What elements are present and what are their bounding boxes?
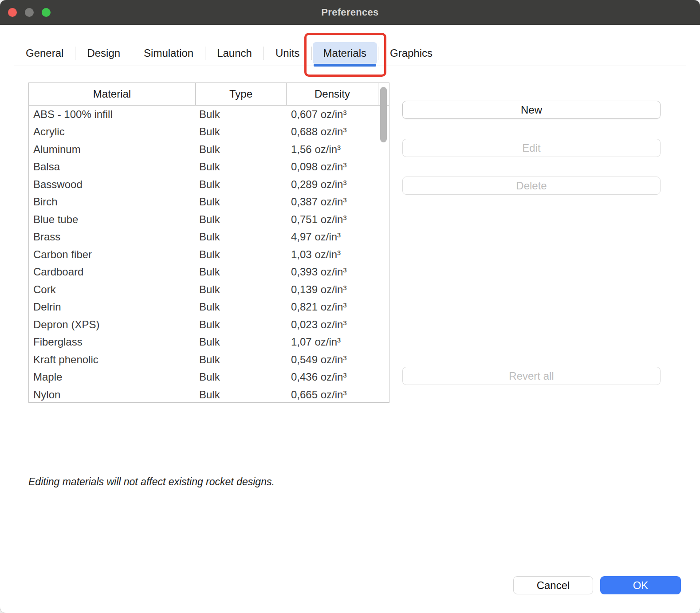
cell-density: 1,03 oz/in³	[287, 248, 378, 261]
table-row[interactable]: BirchBulk0,387 oz/in³	[29, 193, 389, 211]
cell-material: ABS - 100% infill	[29, 108, 196, 121]
cell-density: 0,821 oz/in³	[287, 301, 378, 313]
table-row[interactable]: BasswoodBulk0,289 oz/in³	[29, 176, 389, 193]
tab-label: Simulation	[144, 47, 193, 59]
cancel-button[interactable]: Cancel	[513, 576, 593, 594]
table-row[interactable]: Depron (XPS)Bulk0,023 oz/in³	[29, 316, 389, 334]
cell-density: 1,07 oz/in³	[287, 336, 378, 348]
minimize-button[interactable]	[25, 8, 34, 17]
cell-type: Bulk	[196, 336, 287, 348]
zoom-button[interactable]	[42, 8, 51, 17]
tab-label: Units	[275, 47, 300, 59]
tab-general[interactable]: General	[15, 42, 74, 64]
cell-material: Acrylic	[29, 126, 196, 138]
cell-density: 0,387 oz/in³	[287, 196, 378, 208]
edit-button[interactable]: Edit	[402, 139, 661, 157]
cell-material: Maple	[29, 371, 196, 383]
table-header: Material Type Density	[29, 83, 389, 106]
cell-type: Bulk	[196, 389, 287, 401]
cell-density: 0,436 oz/in³	[287, 371, 378, 383]
tab-materials[interactable]: Materials	[313, 42, 377, 64]
cell-density: 0,393 oz/in³	[287, 266, 378, 278]
cell-density: 0,549 oz/in³	[287, 354, 378, 366]
cell-density: 4,97 oz/in³	[287, 231, 378, 243]
cell-type: Bulk	[196, 266, 287, 278]
cell-material: Balsa	[29, 161, 196, 173]
tab-simulation[interactable]: Simulation	[133, 42, 204, 64]
tab-bar: GeneralDesignSimulationLaunchUnitsMateri…	[15, 42, 700, 65]
tab-units[interactable]: Units	[265, 42, 311, 64]
table-row[interactable]: Kraft phenolicBulk0,549 oz/in³	[29, 351, 389, 369]
tab-design[interactable]: Design	[76, 42, 131, 64]
cell-material: Aluminum	[29, 143, 196, 156]
column-header-type[interactable]: Type	[196, 83, 287, 105]
table-row[interactable]: Carbon fiberBulk1,03 oz/in³	[29, 246, 389, 263]
tab-separator	[263, 47, 264, 60]
cell-type: Bulk	[196, 318, 287, 331]
new-button[interactable]: New	[402, 101, 661, 119]
scrollbar-thumb[interactable]	[380, 87, 387, 142]
cell-material: Birch	[29, 196, 196, 208]
table-row[interactable]: BalsaBulk0,098 oz/in³	[29, 158, 389, 176]
cell-type: Bulk	[196, 371, 287, 383]
cell-type: Bulk	[196, 143, 287, 156]
cell-density: 0,023 oz/in³	[287, 318, 378, 331]
close-button[interactable]	[8, 8, 17, 17]
column-header-density[interactable]: Density	[287, 83, 378, 105]
table-row[interactable]: FiberglassBulk1,07 oz/in³	[29, 334, 389, 351]
tab-separator	[75, 47, 75, 60]
table-row[interactable]: CardboardBulk0,393 oz/in³	[29, 263, 389, 281]
tab-label: Graphics	[390, 47, 433, 59]
cell-type: Bulk	[196, 178, 287, 191]
cell-type: Bulk	[196, 213, 287, 226]
cell-material: Basswood	[29, 178, 196, 191]
cell-density: 0,688 oz/in³	[287, 126, 378, 138]
table-row[interactable]: AcrylicBulk0,688 oz/in³	[29, 123, 389, 141]
preferences-window: Preferences GeneralDesignSimulationLaunc…	[0, 0, 700, 613]
cell-density: 1,56 oz/in³	[287, 143, 378, 156]
cell-type: Bulk	[196, 196, 287, 208]
delete-button[interactable]: Delete	[402, 177, 661, 195]
tab-graphics[interactable]: Graphics	[379, 42, 443, 64]
ok-button[interactable]: OK	[600, 576, 681, 594]
tab-separator	[378, 47, 378, 60]
cell-type: Bulk	[196, 161, 287, 173]
titlebar: Preferences	[0, 0, 700, 25]
tab-separator	[132, 47, 132, 60]
column-header-material[interactable]: Material	[29, 83, 196, 105]
tab-label: Materials	[323, 47, 366, 59]
cell-type: Bulk	[196, 354, 287, 366]
materials-table: Material Type Density ABS - 100% infillB…	[28, 83, 389, 403]
cell-type: Bulk	[196, 108, 287, 121]
table-row[interactable]: CorkBulk0,139 oz/in³	[29, 281, 389, 299]
cell-material: Depron (XPS)	[29, 318, 196, 331]
cell-material: Kraft phenolic	[29, 354, 196, 366]
cell-type: Bulk	[196, 231, 287, 243]
cell-density: 0,289 oz/in³	[287, 178, 378, 191]
cell-density: 0,098 oz/in³	[287, 161, 378, 173]
materials-table-body: ABS - 100% infillBulk0,607 oz/in³Acrylic…	[29, 106, 389, 403]
window-title: Preferences	[321, 7, 378, 18]
cell-type: Bulk	[196, 301, 287, 313]
table-row[interactable]: MapleBulk0,436 oz/in³	[29, 369, 389, 386]
cell-type: Bulk	[196, 248, 287, 261]
table-row[interactable]: NylonBulk0,665 oz/in³	[29, 386, 389, 403]
cell-material: Brass	[29, 231, 196, 243]
tab-label: General	[26, 47, 63, 59]
table-row[interactable]: BrassBulk4,97 oz/in³	[29, 228, 389, 246]
cell-density: 0,665 oz/in³	[287, 389, 378, 401]
table-row[interactable]: DelrinBulk0,821 oz/in³	[29, 299, 389, 316]
cell-density: 0,607 oz/in³	[287, 108, 378, 121]
cell-material: Blue tube	[29, 213, 196, 226]
cell-material: Delrin	[29, 301, 196, 313]
cell-density: 0,751 oz/in³	[287, 213, 378, 226]
table-row[interactable]: Blue tubeBulk0,751 oz/in³	[29, 211, 389, 228]
tab-launch[interactable]: Launch	[206, 42, 263, 64]
tab-label: Launch	[217, 47, 252, 59]
table-row[interactable]: ABS - 100% infillBulk0,607 oz/in³	[29, 106, 389, 123]
table-row[interactable]: AluminumBulk1,56 oz/in³	[29, 141, 389, 158]
selected-tab-underline	[314, 64, 376, 67]
tab-separator	[205, 47, 205, 60]
cell-type: Bulk	[196, 126, 287, 138]
revert-all-button[interactable]: Revert all	[402, 367, 661, 385]
